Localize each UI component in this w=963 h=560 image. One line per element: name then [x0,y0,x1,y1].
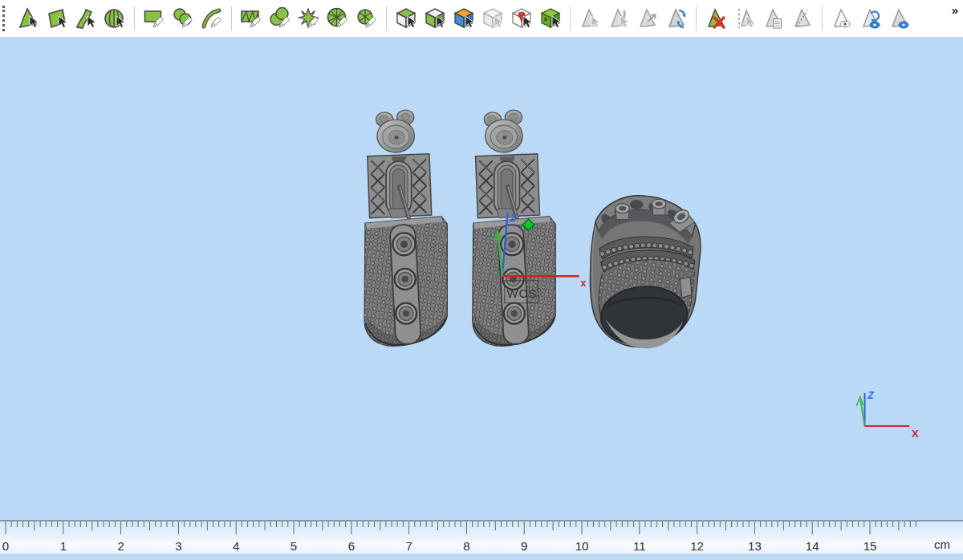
draw-curve-icon [200,6,224,30]
model-earring-back-center[interactable] [473,110,555,346]
svg-text:1: 1 [60,539,67,553]
svg-text:0: 0 [2,539,9,553]
cube-top-face-icon [394,6,418,30]
cube-multi-color-icon [452,6,476,30]
cube-side-faces-icon [423,6,447,30]
axis-triad: Z X [856,390,919,440]
toolbar-button-triangle-disabled-document[interactable] [762,6,786,30]
toolbar-button-cube-solid[interactable] [538,6,563,30]
gizmo-z-axis-label: Z [509,212,517,224]
cube-inner-cone-icon [510,6,534,30]
svg-text:13: 13 [748,539,762,553]
select-curve-icon [74,6,98,30]
ruler: 0123456789101112131415cm [0,520,963,554]
toolbar-grip-handle[interactable] [2,6,8,31]
svg-text:12: 12 [690,539,704,553]
toolbar-button-triangle-delete[interactable] [704,6,728,30]
triangle-disabled-arrow-icon [636,6,660,30]
toolbar-button-select-shell[interactable] [103,6,127,30]
toolbar-button-draw-curve[interactable] [200,6,224,30]
viewport-canvas: Z x WCS Z X [0,37,963,520]
draw-mesh-rectangle-icon [239,6,263,30]
toolbar-button-triangle-disabled-arrow[interactable] [636,6,660,30]
draw-rectangle-icon [142,6,166,30]
ruler-ticks [6,521,916,534]
triangle-swap-icon [664,6,689,30]
draw-blob-icon [171,6,195,30]
toolbar-button-draw-rectangle[interactable] [142,6,166,30]
toolbar-button-select-quad[interactable] [45,6,69,30]
toolbar-separator [386,6,387,30]
toolbar-button-draw-pie[interactable] [326,6,350,30]
toolbar-button-triangle-disabled-plain[interactable] [578,6,602,30]
svg-text:7: 7 [405,539,412,553]
triangle-disabled-document-icon [762,6,786,30]
toolbar-button-triangle-show[interactable] [830,6,854,30]
model-ring[interactable] [590,196,700,348]
draw-fan-icon [355,6,379,30]
toolbar-button-select-curve[interactable] [74,6,98,30]
toolbar-separator [822,6,823,30]
toolbar-button-triangle-disabled-curve[interactable] [607,6,631,30]
select-shell-icon [103,6,127,30]
ruler-scale: 0123456789101112131415cm [0,521,963,554]
triangle-refresh-show-icon [859,6,883,30]
svg-text:9: 9 [521,539,527,553]
triad-x-axis-label: X [912,428,919,440]
triangle-delete-icon [704,6,728,30]
select-triangle-icon [16,6,40,30]
toolbar-button-triangle-disabled-stitch[interactable] [790,6,815,30]
cube-solid-icon [538,6,563,30]
triangle-show-icon [830,6,854,30]
toolbar-button-cube-multi-color[interactable] [452,6,476,30]
toolbar-button-draw-circles[interactable] [268,6,292,30]
triad-z-axis-label: Z [867,390,874,401]
toolbar-button-select-triangle[interactable] [16,6,40,30]
svg-text:5: 5 [291,539,297,553]
model-earring-back-left[interactable] [364,110,447,346]
ruler-unit-label: cm [934,538,950,551]
toolbar-button-cube-top-face[interactable] [394,6,418,30]
triangle-hide-icon [888,6,912,30]
toolbar-button-cube-inner-cone[interactable] [510,6,534,30]
toolbar-overflow-button[interactable]: » [952,3,958,18]
triangle-disabled-plain-icon [578,6,602,30]
svg-text:4: 4 [233,539,239,553]
toolbar-button-triangle-hide[interactable] [888,6,912,30]
toolbar-button-triangle-swap[interactable] [664,6,689,30]
gizmo-x-axis-label: x [581,278,587,289]
select-quad-icon [45,6,69,30]
toolbar-separator [696,6,697,30]
toolbar-separator [134,6,135,30]
toolbar-button-triangle-disabled-dashed[interactable] [733,6,757,30]
3d-viewport[interactable]: Z x WCS Z X [0,37,963,520]
toolbar-buttons [14,6,914,30]
svg-text:2: 2 [117,539,124,553]
toolbar-button-draw-blob[interactable] [171,6,195,30]
toolbar-separator [231,6,232,30]
draw-star-icon [297,6,321,30]
wcs-label: WCS [507,287,537,300]
toolbar-button-draw-mesh-rectangle[interactable] [239,6,263,30]
draw-pie-icon [326,6,350,30]
svg-text:3: 3 [175,539,181,553]
svg-text:14: 14 [806,539,819,553]
triangle-disabled-curve-icon [607,6,631,30]
svg-text:11: 11 [633,539,646,553]
toolbar-button-cube-side-faces[interactable] [423,6,447,30]
toolbar-separator [570,6,571,30]
svg-text:8: 8 [463,539,469,553]
toolbar: » [0,0,963,37]
cube-disabled-icon [481,6,505,30]
svg-text:10: 10 [575,539,589,553]
svg-text:6: 6 [348,539,355,553]
ruler-labels: 0123456789101112131415 [2,539,877,553]
triangle-disabled-stitch-icon [790,6,815,30]
toolbar-button-cube-disabled[interactable] [481,6,505,30]
draw-circles-icon [268,6,292,30]
toolbar-button-triangle-refresh-show[interactable] [859,6,883,30]
svg-text:15: 15 [863,539,877,553]
triangle-disabled-dashed-icon [733,6,757,30]
toolbar-button-draw-star[interactable] [297,6,321,30]
toolbar-button-draw-fan[interactable] [355,6,379,30]
